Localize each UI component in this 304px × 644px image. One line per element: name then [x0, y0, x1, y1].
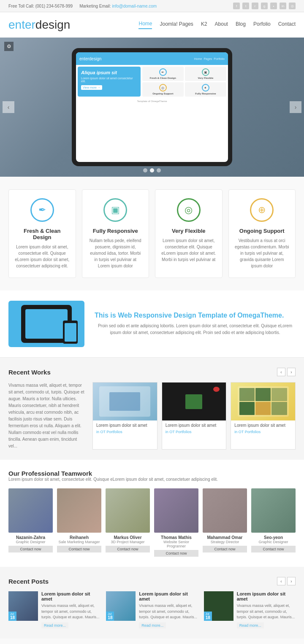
- works-layout: Vivamus massa velit, aliquet et, tempor …: [8, 382, 296, 450]
- main-nav: Home Joomla! Pages K2 About Blog Porfoli…: [138, 21, 296, 29]
- work-category-1: in: [96, 430, 100, 434]
- rss-icon[interactable]: r: [252, 3, 258, 9]
- contact-info: Free Toll Call: (001) 234-5678-999 Marke…: [8, 4, 157, 8]
- post-text-3: Vivamus massa velit, aliquet et, tempor …: [237, 603, 296, 620]
- read-more-2[interactable]: Read more...: [139, 622, 166, 628]
- team-contact-btn-1[interactable]: Contact now: [8, 546, 53, 552]
- nav-blog[interactable]: Blog: [236, 21, 246, 29]
- twitter-icon[interactable]: t: [242, 3, 249, 9]
- team-role-6: Graphic Designer: [251, 540, 296, 544]
- feature-text-3: Lorem ipsum dolor sit amet, consectetue …: [161, 237, 216, 263]
- dots-icon[interactable]: •: [270, 3, 277, 9]
- email-link[interactable]: info@domail-name.com: [112, 4, 157, 8]
- facebook-icon[interactable]: f: [233, 3, 240, 9]
- feature-text-2: Nullam tellus pede, eleifend posuere, di…: [88, 237, 143, 269]
- post-item-1: Jul 18 Lorem ipsum dolor sit amet Vivamu…: [8, 591, 100, 628]
- team-role-3: 3D Project Manager: [106, 540, 150, 544]
- team-name-1: Nazanin-Zahra: [8, 535, 53, 540]
- header: enterdesign Home Joomla! Pages K2 About …: [0, 12, 304, 38]
- team-title: Our Professional Teamwork: [8, 470, 296, 477]
- tablet-mockup: enterdesign Home Pages Portfolio Aliqua …: [72, 48, 232, 166]
- hero-dot-1[interactable]: [143, 168, 147, 172]
- read-more-3[interactable]: Read more...: [237, 622, 264, 628]
- nav-contact[interactable]: Contact: [278, 21, 296, 29]
- googleplus-icon[interactable]: g: [261, 3, 268, 9]
- team-member-6: Seo-yeon Graphic Designer Contact now: [251, 488, 296, 557]
- post-image-1: Jul 18: [8, 591, 38, 621]
- hero-next-arrow[interactable]: ›: [290, 101, 301, 113]
- device-stack-image: [8, 301, 84, 347]
- works-prev-arrow[interactable]: ‹: [277, 368, 285, 376]
- post-content-1: Lorem ipsum dolor sit amet Vivamus massa…: [41, 591, 100, 628]
- team-photo-2: [57, 488, 101, 533]
- hero-prev-arrow[interactable]: ‹: [3, 101, 14, 113]
- team-member-4: Thomas Mathis Website Senior Progranner …: [154, 488, 198, 557]
- posts-header: Recent Posts ‹ ›: [8, 577, 296, 585]
- team-role-5: Strategy Director: [203, 540, 247, 544]
- team-contact-btn-5[interactable]: Contact now: [203, 546, 247, 552]
- device-tablet-screen: [25, 309, 68, 339]
- feature-responsive: ▣ Fully Responsive Nullam tellus pede, e…: [82, 189, 149, 278]
- web-responsive-heading: This is Web Responsive Design Template o…: [95, 312, 296, 319]
- posts-prev-arrow[interactable]: ‹: [277, 577, 285, 585]
- top-bar: Free Toll Call: (001) 234-5678-999 Marke…: [0, 0, 304, 12]
- circle-icon[interactable]: ◎: [289, 3, 296, 9]
- gear-icon[interactable]: ⚙: [4, 42, 14, 51]
- team-member-3: Markus Oliver 3D Project Manager Contact…: [106, 488, 150, 557]
- posts-next-arrow[interactable]: ›: [287, 577, 296, 585]
- work-item-1: Lorem ipsum dolor sit amet in OT Portfol…: [92, 382, 157, 450]
- tablet-header: enterdesign Home Pages Portfolio: [76, 52, 228, 65]
- tablet-card-4: ✦ Fully Responsive: [185, 82, 226, 97]
- post-content-3: Lorem ipsum dolor sit amet Vivamus massa…: [237, 591, 296, 628]
- feature-title-3: Very Flexible: [161, 228, 216, 234]
- device-stack: [8, 301, 84, 347]
- logo-enter: enter: [8, 18, 35, 31]
- team-contact-btn-2[interactable]: Contact now: [57, 546, 101, 552]
- read-more-1[interactable]: Read more...: [41, 622, 68, 628]
- post-image-2: Jul 18: [106, 591, 136, 621]
- works-next-arrow[interactable]: ›: [287, 368, 296, 376]
- team-name-2: Reihaneh: [57, 535, 101, 540]
- tablet-main-content: Aliqua ipsum sit Lorem ipsum dolor sit a…: [78, 67, 141, 97]
- hero-background: enterdesign Home Pages Portfolio Aliqua …: [0, 38, 304, 177]
- tablet-sidebar: ✒ Fresh & Clean Design ▣ Very Flexible ◎…: [142, 67, 226, 97]
- feature-fresh-clean: ✒ Fresh & Clean Design Lorem ipsum dolor…: [8, 189, 76, 278]
- feature-icon-target: ◎: [177, 198, 201, 222]
- tablet-logo: enterdesign: [79, 57, 101, 61]
- heading-normal: This is: [95, 312, 118, 319]
- team-name-6: Seo-yeon: [251, 535, 296, 540]
- nav-about[interactable]: About: [215, 21, 228, 29]
- hero-dots: [143, 168, 161, 172]
- nav-home[interactable]: Home: [138, 21, 152, 29]
- device-phone-screen: [65, 323, 76, 342]
- features-grid: ✒ Fresh & Clean Design Lorem ipsum dolor…: [8, 189, 296, 278]
- team-contact-btn-3[interactable]: Contact now: [106, 546, 150, 552]
- feature-text-4: Vestibulum a risus at orci egestas condi…: [235, 237, 290, 269]
- posts-grid: Jul 18 Lorem ipsum dolor sit amet Vivamu…: [8, 591, 296, 628]
- leaf-icon: ✒: [38, 205, 46, 216]
- top-social-icons: f t r g • in ◎: [233, 3, 296, 9]
- team-subtitle: Lorem ipsum dolor sit amet, consectetue …: [8, 477, 296, 482]
- post-image-3: Jul 18: [204, 591, 233, 621]
- team-contact-btn-4[interactable]: Contact now: [154, 550, 198, 557]
- hero-dot-3[interactable]: [157, 168, 161, 172]
- works-nav-arrows: ‹ ›: [277, 368, 296, 376]
- hero-slider: ⚙ enterdesign Home Pages Portfolio Aliqu…: [0, 38, 304, 177]
- works-intro: Vivamus massa velit, aliquet et, tempor …: [8, 382, 87, 450]
- work-title-2: Lorem ipsum dolor sit amet: [166, 423, 223, 428]
- team-photo-4: [154, 488, 198, 533]
- hero-dot-2[interactable]: [150, 168, 154, 172]
- team-contact-btn-6[interactable]: Contact now: [251, 546, 296, 552]
- testimonials-wrapper: 🐙 STONEWATER Client's Testimonials ‹ › V…: [0, 639, 304, 644]
- tablet-card-2: ▣ Very Flexible: [185, 67, 226, 81]
- nav-portfolio[interactable]: Porfolio: [253, 21, 271, 29]
- nav-joomla[interactable]: Joomla! Pages: [160, 21, 193, 29]
- nav-k2[interactable]: K2: [201, 21, 207, 29]
- device-phone: [63, 321, 78, 344]
- linkedin-icon[interactable]: in: [280, 3, 286, 9]
- work-caption-3: Lorem ipsum dolor sit amet in OT Portfol…: [231, 420, 295, 437]
- work-item-2: Lorem ipsum dolor sit amet in OT Portfol…: [162, 382, 227, 450]
- team-role-1: Graphic Designer: [8, 540, 53, 544]
- team-photo-3: [106, 488, 150, 533]
- web-responsive-text: This is Web Responsive Design Template o…: [84, 312, 296, 336]
